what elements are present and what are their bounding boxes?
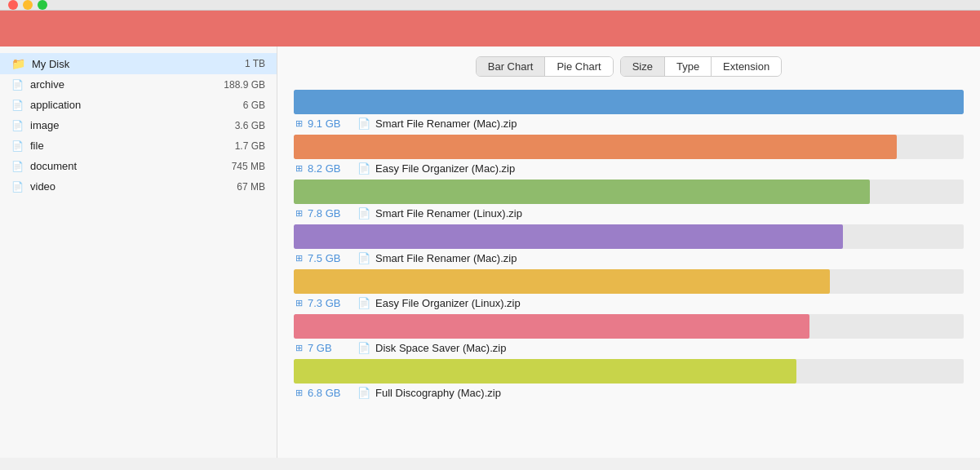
- bar-fill: [294, 135, 897, 159]
- sidebar-item-size: 1.7 GB: [208, 140, 265, 152]
- size-icon: ⊞: [295, 163, 303, 174]
- bar-filename: Smart File Renamer (Mac).zip: [375, 252, 517, 264]
- sidebar-item-image[interactable]: 📄 image 3.6 GB: [0, 115, 277, 135]
- view-btn-bar-chart[interactable]: Bar Chart: [477, 57, 546, 76]
- sidebar-item-label: document: [30, 160, 208, 172]
- sidebar: 📁 My Disk 1 TB 📄 archive 188.9 GB 📄 appl…: [0, 47, 277, 458]
- bar-container: [294, 314, 964, 339]
- main-layout: 📁 My Disk 1 TB 📄 archive 188.9 GB 📄 appl…: [0, 47, 980, 458]
- size-icon: ⊞: [295, 253, 303, 264]
- bar-container: [294, 359, 964, 384]
- sidebar-item-size: 745 MB: [208, 161, 265, 172]
- bar-container: [294, 180, 964, 204]
- sidebar-item-size: 1 TB: [208, 58, 265, 69]
- bar-filename: Full Discography (Mac).zip: [375, 387, 501, 399]
- bar-info: ⊞ 7.3 GB 📄 Easy File Organizer (Linux).z…: [294, 297, 964, 309]
- bar-row: ⊞ 7.5 GB 📄 Smart File Renamer (Mac).zip: [294, 224, 964, 264]
- sidebar-item-label: file: [30, 140, 208, 152]
- app-header: [0, 11, 980, 47]
- sidebar-item-label: archive: [30, 78, 208, 91]
- file-icon: 📄: [11, 161, 24, 172]
- file-icon: 📄: [357, 252, 370, 264]
- bar-container: [294, 224, 964, 249]
- file-icon: 📄: [357, 297, 370, 309]
- file-icon: 📄: [11, 79, 24, 91]
- bar-fill: [294, 314, 809, 339]
- sidebar-item-label: video: [30, 180, 208, 193]
- bar-size: 7.5 GB: [308, 252, 353, 264]
- bar-info: ⊞ 6.8 GB 📄 Full Discography (Mac).zip: [294, 387, 964, 399]
- bar-filename: Smart File Renamer (Linux).zip: [375, 207, 522, 219]
- file-icon: 📄: [357, 387, 370, 399]
- sidebar-item-archive[interactable]: 📄 archive 188.9 GB: [0, 74, 277, 95]
- sidebar-item-label: image: [30, 119, 208, 131]
- bar-row: ⊞ 8.2 GB 📄 Easy File Organizer (Mac).zip: [294, 135, 964, 175]
- bar-info: ⊞ 9.1 GB 📄 Smart File Renamer (Mac).zip: [294, 118, 964, 130]
- bar-size: 7.3 GB: [308, 297, 353, 309]
- sidebar-item-size: 6 GB: [208, 100, 265, 111]
- bar-info: ⊞ 7.8 GB 📄 Smart File Renamer (Linux).zi…: [294, 207, 964, 219]
- sidebar-item-size: 3.6 GB: [208, 120, 265, 131]
- sidebar-item-file[interactable]: 📄 file 1.7 GB: [0, 135, 277, 156]
- bar-size: 7 GB: [308, 342, 353, 354]
- sidebar-item-size: 67 MB: [208, 181, 265, 193]
- bar-container: [294, 269, 964, 294]
- bar-row: ⊞ 6.8 GB 📄 Full Discography (Mac).zip: [294, 359, 964, 399]
- bar-row: ⊞ 7.8 GB 📄 Smart File Renamer (Linux).zi…: [294, 180, 964, 219]
- view-toggle: Bar ChartPie Chart: [476, 56, 614, 77]
- chart-controls: Bar ChartPie Chart SizeTypeExtension: [294, 56, 964, 77]
- bar-filename: Smart File Renamer (Mac).zip: [375, 118, 517, 130]
- bar-size: 9.1 GB: [308, 118, 353, 130]
- sort-btn-type[interactable]: Type: [665, 57, 712, 76]
- sidebar-item-label: My Disk: [32, 58, 208, 70]
- bar-size: 8.2 GB: [308, 162, 353, 175]
- file-icon: 📄: [11, 120, 24, 131]
- bar-fill: [294, 269, 830, 294]
- close-button[interactable]: [8, 0, 18, 10]
- bar-info: ⊞ 7 GB 📄 Disk Space Saver (Mac).zip: [294, 342, 964, 354]
- file-icon: 📄: [11, 181, 24, 193]
- file-icon: 📄: [357, 342, 370, 354]
- file-icon: 📄: [11, 140, 24, 152]
- size-icon: ⊞: [295, 208, 303, 219]
- file-icon: 📄: [11, 100, 24, 111]
- sort-toggle: SizeTypeExtension: [620, 56, 783, 77]
- bar-container: [294, 90, 964, 114]
- bar-fill: [294, 180, 870, 204]
- file-icon: 📄: [357, 162, 370, 175]
- bar-fill: [294, 359, 796, 384]
- bar-container: [294, 135, 964, 159]
- bar-filename: Easy File Organizer (Linux).zip: [375, 297, 521, 309]
- sort-btn-extension[interactable]: Extension: [712, 57, 781, 76]
- sidebar-item-size: 188.9 GB: [208, 79, 265, 91]
- content-area: Bar ChartPie Chart SizeTypeExtension ⊞ 9…: [277, 47, 980, 458]
- bar-chart: ⊞ 9.1 GB 📄 Smart File Renamer (Mac).zip …: [294, 90, 964, 399]
- sidebar-item-video[interactable]: 📄 video 67 MB: [0, 176, 277, 197]
- bar-info: ⊞ 7.5 GB 📄 Smart File Renamer (Mac).zip: [294, 252, 964, 264]
- bar-filename: Disk Space Saver (Mac).zip: [375, 342, 506, 354]
- bar-size: 6.8 GB: [308, 387, 353, 399]
- size-icon: ⊞: [295, 118, 303, 129]
- bar-row: ⊞ 7.3 GB 📄 Easy File Organizer (Linux).z…: [294, 269, 964, 309]
- bar-fill: [294, 224, 843, 249]
- title-bar: [0, 0, 980, 11]
- view-btn-pie-chart[interactable]: Pie Chart: [545, 57, 612, 76]
- bar-size: 7.8 GB: [308, 207, 353, 219]
- maximize-button[interactable]: [38, 0, 47, 10]
- sidebar-item-my-disk[interactable]: 📁 My Disk 1 TB: [0, 53, 277, 74]
- sidebar-item-application[interactable]: 📄 application 6 GB: [0, 95, 277, 115]
- file-icon: 📄: [357, 207, 370, 219]
- minimize-button[interactable]: [23, 0, 33, 10]
- sort-btn-size[interactable]: Size: [621, 57, 665, 76]
- window-controls[interactable]: [8, 0, 47, 10]
- size-icon: ⊞: [295, 388, 303, 398]
- sidebar-item-document[interactable]: 📄 document 745 MB: [0, 156, 277, 176]
- folder-icon: 📁: [11, 57, 25, 70]
- sidebar-item-label: application: [30, 99, 208, 111]
- size-icon: ⊞: [295, 298, 303, 308]
- file-icon: 📄: [357, 118, 370, 130]
- bar-filename: Easy File Organizer (Mac).zip: [375, 162, 515, 175]
- size-icon: ⊞: [295, 343, 303, 353]
- bar-fill: [294, 90, 964, 114]
- bar-row: ⊞ 7 GB 📄 Disk Space Saver (Mac).zip: [294, 314, 964, 354]
